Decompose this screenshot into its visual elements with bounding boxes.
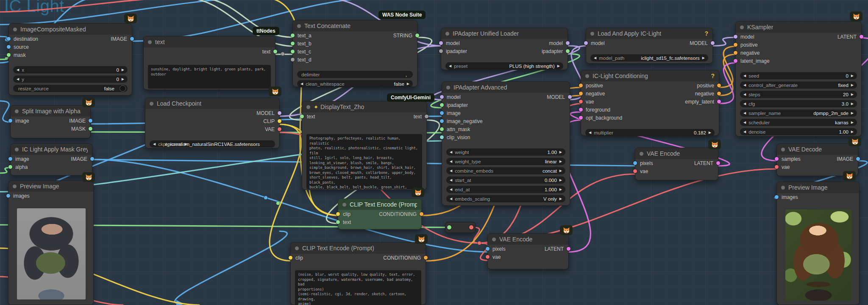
output-slot-LATENT[interactable]: LATENT	[837, 33, 861, 41]
samples-input-dot[interactable]	[775, 157, 779, 161]
collapse-dot[interactable]	[297, 24, 301, 28]
decrement-arrow-icon[interactable]: ◀	[743, 111, 746, 115]
fox-badge-icon[interactable]	[708, 140, 721, 149]
decrement-arrow-icon[interactable]: ◀	[17, 77, 19, 81]
preset-widget[interactable]: ◀presetPLUS (high strength)▶	[445, 62, 563, 70]
input-slot-clip[interactable]: clip	[338, 210, 351, 218]
output-slot-CONDITIONING[interactable]: CONDITIONING	[383, 254, 426, 262]
node-titlebar[interactable]: ✦DisplayText_Zho	[302, 101, 426, 112]
input-slot-model[interactable]: model	[441, 39, 467, 47]
decrement-arrow-icon[interactable]: ◀	[589, 131, 591, 134]
node-titlebar[interactable]: IPAdapter Advanced	[442, 82, 570, 93]
collapse-dot[interactable]	[446, 86, 450, 90]
CONDITIONING-output-dot[interactable]	[424, 256, 428, 260]
node-image-composite-masked[interactable]: ImageCompositeMaskeddestinationsourcemas…	[8, 23, 132, 95]
foreground-input-dot[interactable]	[579, 108, 583, 112]
increment-arrow-icon[interactable]: ▶	[702, 56, 705, 60]
increment-arrow-icon[interactable]: ▶	[851, 92, 854, 96]
output-slot-VAE[interactable]: VAE	[256, 125, 279, 133]
source-input-dot[interactable]	[7, 45, 11, 49]
fox-badge-icon[interactable]	[82, 172, 95, 182]
image_negative-input-dot[interactable]	[440, 119, 444, 123]
output-slot-negative[interactable]: negative	[685, 90, 719, 98]
positive-input-dot[interactable]	[579, 84, 583, 87]
decrement-arrow-icon[interactable]: ◀	[450, 159, 452, 163]
collapse-dot[interactable]	[295, 246, 299, 250]
model-input-dot[interactable]	[584, 41, 588, 45]
prompt-textarea[interactable]: sunshine, daylight, bright light, green …	[148, 65, 271, 89]
decrement-arrow-icon[interactable]: ◀	[450, 197, 452, 201]
input-slot-model[interactable]: model	[442, 93, 483, 101]
mask-input-dot[interactable]	[7, 53, 11, 57]
prompt-textarea[interactable]: Photography, perfecteyes, realistic huma…	[306, 134, 422, 189]
output-slot-IMAGE[interactable]: IMAGE	[69, 117, 90, 125]
node-ic-light-conditioning[interactable]: IC-Light Conditioning?positivenegativeva…	[581, 70, 719, 136]
decrement-arrow-icon[interactable]: ◀	[450, 150, 452, 154]
output-slot-positive[interactable]: positive	[685, 81, 719, 90]
prompt-textarea[interactable]: (noise, blur, worst quality, low quality…	[295, 270, 421, 305]
toggle-knob[interactable]	[120, 85, 126, 92]
node-titlebar[interactable]: ImageCompositeMasked	[9, 24, 132, 35]
increment-arrow-icon[interactable]: ▶	[851, 74, 854, 78]
text-input-dot[interactable]	[300, 115, 304, 118]
fox-badge-icon[interactable]	[412, 187, 424, 197]
node-titlebar[interactable]: Load And Apply IC-Light?	[586, 28, 712, 39]
clip_vision-input-dot[interactable]	[440, 135, 444, 139]
input-slot-mask[interactable]: mask	[9, 51, 38, 59]
output-slot-MODEL[interactable]: MODEL	[256, 109, 279, 117]
collapsed-input-dot[interactable]	[447, 225, 451, 229]
sampler_name-widget[interactable]: ◀sampler_namedpmpp_2m_sde▶	[740, 109, 857, 117]
positive-input-dot[interactable]	[734, 43, 737, 47]
latent_image-input-dot[interactable]	[734, 59, 737, 63]
input-slot-vae[interactable]: vae	[581, 98, 622, 106]
input-slot-clip[interactable]: clip	[291, 254, 303, 262]
combine_embeds-widget[interactable]: ◀combine_embedsconcat▶	[446, 167, 565, 174]
input-slot-latent_image[interactable]: latent_image	[736, 57, 770, 65]
output-slot-LATENT[interactable]: LATENT	[694, 159, 718, 167]
input-slot-pixels[interactable]: pixels	[488, 245, 506, 253]
clean_whitespace-widget[interactable]: ◀clean_whitespacefalse▶	[297, 80, 413, 87]
output-slot-STRING[interactable]: STRING	[393, 31, 417, 39]
ckpt_name-widget[interactable]: ◀ckpt_nameepicrealism_naturalSinRC1VAE.s…	[150, 140, 275, 148]
output-slot-IMAGE[interactable]: IMAGE	[111, 35, 132, 43]
images-input-dot[interactable]	[775, 195, 779, 199]
decrement-arrow-icon[interactable]: ◀	[594, 56, 596, 60]
increment-arrow-icon[interactable]: ▶	[122, 77, 124, 81]
input-slot-negative[interactable]: negative	[581, 90, 622, 98]
text_a-input-dot[interactable]	[291, 34, 295, 37]
decrement-arrow-icon[interactable]: ◀	[449, 64, 451, 68]
node-vae-encode-bottom[interactable]: VAE EncodepixelsvaeLATENT	[487, 233, 569, 269]
collapse-dot[interactable]	[306, 105, 310, 109]
node-preview-image-right[interactable]: Preview Imageimages	[776, 182, 860, 305]
node-display-text-zho[interactable]: ✦DisplayText_ZhotexttextPhotography, per…	[302, 101, 427, 190]
weight-widget[interactable]: ◀weight1.00▶	[446, 148, 565, 156]
output-slot-empty_latent[interactable]: empty_latent	[685, 98, 719, 106]
input-slot-text[interactable]: text	[302, 112, 315, 120]
output-slot-model[interactable]: model	[542, 39, 568, 47]
CONDITIONING-output-dot[interactable]	[420, 212, 423, 216]
decrement-arrow-icon[interactable]: ◀	[450, 187, 452, 191]
seed-widget[interactable]: ◀seed0▶	[740, 72, 857, 79]
increment-arrow-icon[interactable]: ▶	[851, 130, 854, 134]
image-input-dot[interactable]	[8, 119, 12, 123]
input-slot-image[interactable]: image	[11, 155, 29, 163]
delimiter-widget[interactable]: delimiter,	[297, 71, 413, 78]
weight_type-widget[interactable]: ◀weight_typelinear▶	[446, 158, 565, 165]
input-slot-vae[interactable]: vae	[777, 163, 801, 171]
collapse-dot[interactable]	[148, 40, 152, 44]
output-slot-CLIP[interactable]: CLIP	[256, 117, 279, 125]
image-input-dot[interactable]	[440, 111, 444, 115]
node-titlebar[interactable]: text	[144, 36, 275, 48]
node-ipadapter-advanced[interactable]: IPAdapter Advancedmodelipadapterimageima…	[442, 81, 570, 206]
vae-input-dot[interactable]	[579, 100, 583, 104]
reroute-dot-1[interactable]	[478, 241, 481, 245]
attn_mask-input-dot[interactable]	[440, 127, 444, 131]
node-titlebar[interactable]: IPAdapter Unified Loader	[441, 28, 568, 39]
negative-output-dot[interactable]	[717, 92, 721, 95]
increment-arrow-icon[interactable]: ▶	[851, 120, 854, 124]
node-titlebar[interactable]: Load Checkpoint	[145, 98, 279, 109]
node-load-checkpoint[interactable]: Load CheckpointMODELCLIPVAE◀ckpt_nameepi…	[145, 98, 280, 148]
node-titlebar[interactable]: VAE Encode	[488, 234, 568, 245]
IMAGE-output-dot[interactable]	[90, 157, 94, 161]
end_at-widget[interactable]: ◀end_at1.000▶	[446, 186, 565, 193]
